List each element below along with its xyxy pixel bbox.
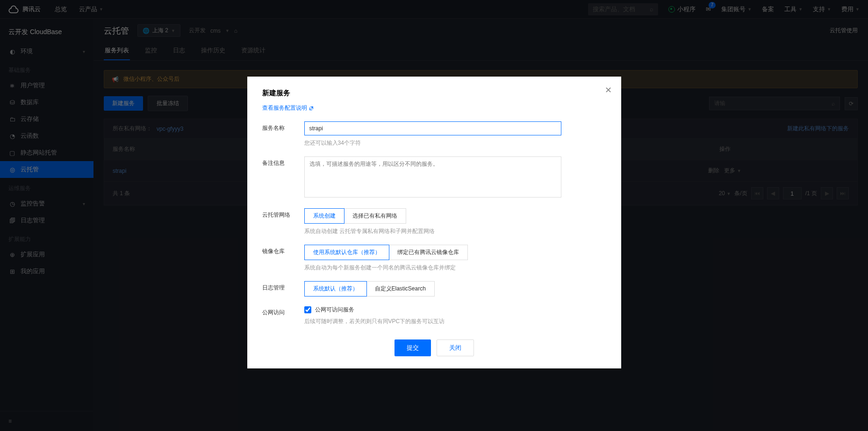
public-access-checkbox-row[interactable]: 公网可访问服务	[304, 306, 606, 314]
remark-label: 备注信息	[262, 156, 304, 167]
network-segment: 系统创建 选择已有私有网络	[304, 208, 406, 224]
repo-label: 镜像仓库	[262, 245, 304, 255]
config-doc-link[interactable]: 查看服务配置说明	[262, 104, 314, 112]
net-label: 云托管网络	[262, 208, 304, 219]
public-access-checkbox[interactable]	[304, 306, 311, 313]
log-segment: 系统默认（推荐） 自定义ElasticSearch	[304, 281, 435, 297]
modal-footer: 提交 关闭	[262, 339, 606, 356]
submit-button[interactable]: 提交	[395, 339, 431, 356]
repo-opt-bind[interactable]: 绑定已有腾讯云镜像仓库	[389, 245, 467, 260]
create-service-modal: 新建服务 ✕ 查看服务配置说明 服务名称 您还可以输入34个字符 备注信息 云托…	[247, 77, 621, 368]
remark-textarea[interactable]	[304, 156, 561, 198]
external-link-icon	[309, 106, 314, 111]
close-icon[interactable]: ✕	[605, 85, 612, 95]
repo-opt-default[interactable]: 使用系统默认仓库（推荐）	[304, 245, 389, 260]
log-label: 日志管理	[262, 281, 304, 292]
net-opt-system[interactable]: 系统创建	[304, 208, 344, 224]
service-name-input[interactable]	[304, 121, 561, 135]
repo-hint: 系统自动为每个新服务创建一个同名的腾讯云镜像仓库并绑定	[304, 264, 606, 272]
modal-title: 新建服务	[262, 89, 606, 98]
net-opt-existing[interactable]: 选择已有私有网络	[344, 209, 406, 223]
pub-label: 公网访问	[262, 306, 304, 317]
name-hint: 您还可以输入34个字符	[304, 139, 606, 147]
log-opt-es[interactable]: 自定义ElasticSearch	[366, 282, 434, 296]
close-button[interactable]: 关闭	[437, 339, 474, 356]
net-hint: 系统自动创建 云托管专属私有网络和子网并配置网络	[304, 227, 606, 235]
name-label: 服务名称	[262, 121, 304, 132]
repo-segment: 使用系统默认仓库（推荐） 绑定已有腾讯云镜像仓库	[304, 245, 468, 260]
pub-hint: 后续可随时调整，若关闭则只有同VPC下的服务可以互访	[304, 318, 606, 325]
log-opt-default[interactable]: 系统默认（推荐）	[304, 281, 367, 297]
